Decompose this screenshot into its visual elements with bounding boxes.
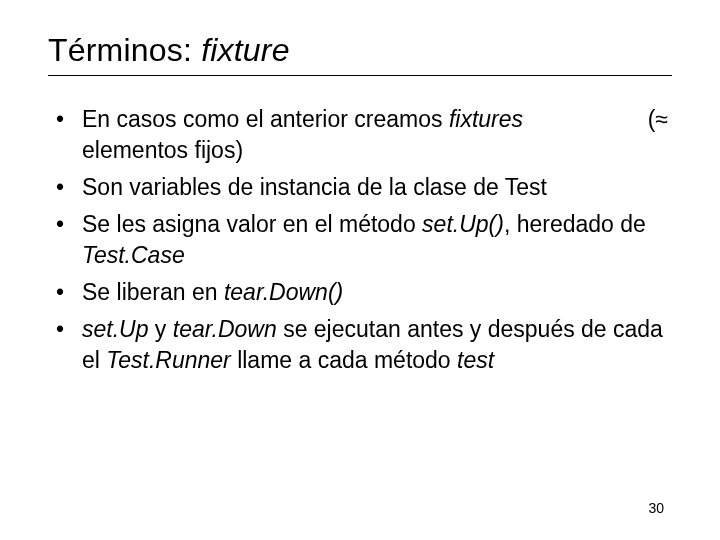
bullet-italic: test (457, 347, 494, 373)
bullet-text: elementos fijos) (82, 137, 243, 163)
bullet-text: , heredado de (504, 211, 646, 237)
bullet-text: llame a cada método (231, 347, 457, 373)
bullet-italic: set.Up (82, 316, 148, 342)
bullet-italic: fixtures (449, 106, 523, 132)
list-item: Se les asigna valor en el método set.Up(… (56, 209, 668, 271)
list-item: En casos como el anterior creamos fixtur… (56, 104, 668, 166)
bullet-italic: Test.Case (82, 242, 185, 268)
approx-symbol: (≈ (624, 104, 668, 135)
bullet-list: En casos como el anterior creamos fixtur… (48, 104, 672, 376)
slide: Términos: fixture En casos como el anter… (0, 0, 720, 540)
slide-title: Términos: fixture (48, 32, 672, 76)
title-italic: fixture (201, 32, 290, 68)
bullet-italic: Test.Runner (106, 347, 230, 373)
bullet-italic: tear.Down (173, 316, 277, 342)
bullet-italic: set.Up() (422, 211, 504, 237)
bullet-text: Son variables de instancia de la clase d… (82, 174, 547, 200)
bullet-text: Se les asigna valor en el método (82, 211, 422, 237)
bullet-italic: tear.Down() (224, 279, 343, 305)
list-item: Son variables de instancia de la clase d… (56, 172, 668, 203)
list-item: Se liberan en tear.Down() (56, 277, 668, 308)
bullet-text: Se liberan en (82, 279, 224, 305)
bullet-text: y (148, 316, 172, 342)
page-number: 30 (648, 500, 664, 516)
bullet-text: En casos como el anterior creamos (82, 106, 449, 132)
title-text: Términos: (48, 32, 201, 68)
list-item: set.Up y tear.Down se ejecutan antes y d… (56, 314, 668, 376)
